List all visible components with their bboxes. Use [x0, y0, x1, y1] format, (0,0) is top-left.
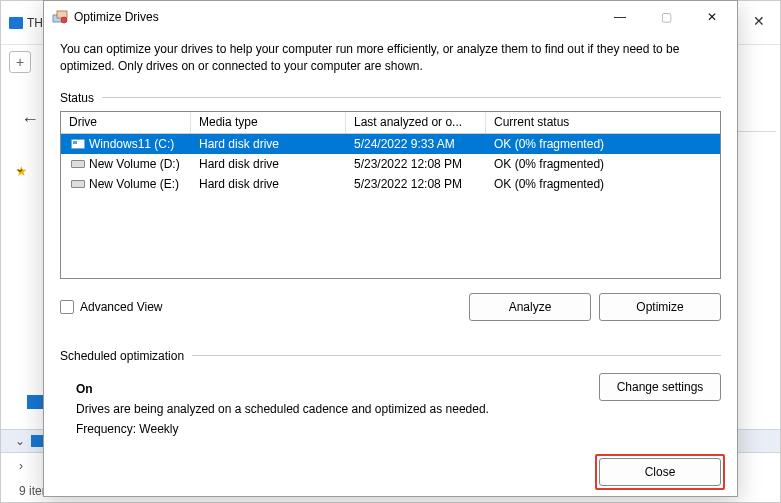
new-tab-button[interactable]: + — [9, 51, 31, 73]
media-type: Hard disk drive — [191, 155, 346, 173]
close-dialog-button[interactable]: Close — [599, 458, 721, 486]
minimize-button[interactable]: — — [597, 2, 643, 32]
sched-section-label: Scheduled optimization — [44, 345, 737, 369]
media-type: Hard disk drive — [191, 175, 346, 193]
col-media-type[interactable]: Media type — [191, 112, 346, 133]
current-status: OK (0% fragmented) — [486, 175, 720, 193]
advanced-view-checkbox[interactable] — [60, 300, 74, 314]
hdd-icon — [69, 160, 87, 168]
last-analyzed: 5/23/2022 12:08 PM — [346, 175, 486, 193]
status-label: Status — [60, 91, 102, 105]
table-row[interactable]: New Volume (E:)Hard disk drive5/23/2022 … — [61, 174, 720, 194]
description-text: You can optimize your drives to help you… — [44, 33, 737, 87]
close-button[interactable]: ✕ — [744, 9, 774, 33]
last-analyzed: 5/24/2022 9:33 AM — [346, 135, 486, 153]
table-row[interactable]: Windows11 (C:)Hard disk drive5/24/2022 9… — [61, 134, 720, 154]
svg-point-2 — [61, 17, 67, 23]
current-status: OK (0% fragmented) — [486, 155, 720, 173]
current-status: OK (0% fragmented) — [486, 135, 720, 153]
table-header: Drive Media type Last analyzed or o... C… — [61, 112, 720, 134]
col-current-status[interactable]: Current status — [486, 112, 720, 133]
back-icon[interactable]: ← — [21, 109, 39, 130]
sched-label: Scheduled optimization — [60, 349, 192, 363]
window-title: Optimize Drives — [74, 10, 159, 24]
change-settings-button[interactable]: Change settings — [599, 373, 721, 401]
advanced-view-label: Advanced View — [80, 300, 163, 314]
explorer-tab[interactable]: TH — [9, 16, 43, 30]
hdd-icon — [69, 180, 87, 188]
status-section-label: Status — [44, 87, 737, 111]
sched-frequency: Frequency: Weekly — [76, 419, 721, 439]
col-drive[interactable]: Drive — [61, 112, 191, 133]
drive-name: New Volume (D:) — [89, 157, 180, 171]
drive-name: Windows11 (C:) — [89, 137, 174, 151]
os-drive-icon — [69, 139, 87, 149]
drives-table: Drive Media type Last analyzed or o... C… — [60, 111, 721, 279]
svg-rect-1 — [57, 11, 67, 18]
chevron-down-icon: ⌄ — [15, 434, 25, 448]
titlebar[interactable]: Optimize Drives — ▢ ✕ — [44, 1, 737, 33]
optimize-button[interactable]: Optimize — [599, 293, 721, 321]
drive-name: New Volume (E:) — [89, 177, 179, 191]
optimize-drives-dialog: Optimize Drives — ▢ ✕ You can optimize y… — [43, 0, 738, 497]
col-last-analyzed[interactable]: Last analyzed or o... — [346, 112, 486, 133]
table-row[interactable]: New Volume (D:)Hard disk drive5/23/2022 … — [61, 154, 720, 174]
media-type: Hard disk drive — [191, 135, 346, 153]
optimize-drives-icon — [52, 9, 68, 25]
close-button[interactable]: ✕ — [689, 2, 735, 32]
last-analyzed: 5/23/2022 12:08 PM — [346, 155, 486, 173]
sched-description: Drives are being analyzed on a scheduled… — [76, 399, 721, 419]
tab-label: TH — [27, 16, 43, 30]
maximize-button[interactable]: ▢ — [643, 2, 689, 32]
pc-icon — [9, 17, 23, 29]
chevron-down-icon[interactable]: ⌄ — [15, 161, 25, 175]
analyze-button[interactable]: Analyze — [469, 293, 591, 321]
chevron-right-icon: › — [19, 459, 23, 473]
